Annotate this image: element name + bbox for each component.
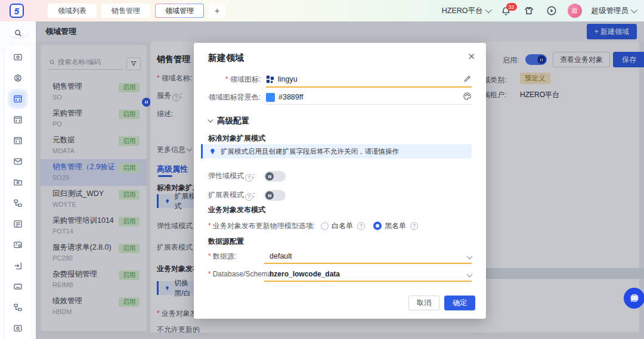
datasource-value: default xyxy=(270,252,292,260)
std-ext-mode-title: 标准对象扩展模式 xyxy=(208,133,265,144)
help-icon[interactable]: ? xyxy=(410,222,418,230)
color-swatch[interactable] xyxy=(266,93,275,102)
ext-table-label: 扩展表模式?: xyxy=(208,190,255,201)
domain-icon-label: *领域图标: xyxy=(208,74,261,85)
schema-select[interactable]: hzero_lowcode_data xyxy=(270,270,472,278)
assistant-chat-fab[interactable] xyxy=(624,288,644,309)
new-domain-modal: 新建领域 ✕ *领域图标: lingyu 领域图标背景色: #3889ff xyxy=(194,43,486,319)
top-bar: 5 领域列表 销售管理 领域管理 + HZERO平台 32 超 超级管理员 xyxy=(0,0,644,21)
blocks-icon xyxy=(266,75,274,83)
bo-option-label: *业务对象发布更新物理模型选项: xyxy=(208,221,315,231)
icon-field-underline xyxy=(266,86,472,88)
close-icon[interactable]: ✕ xyxy=(467,51,475,62)
ok-button[interactable]: 确定 xyxy=(444,296,475,310)
icon-rail-sidebar xyxy=(0,21,36,339)
schema-underline xyxy=(264,281,472,282)
help-icon[interactable]: ? xyxy=(245,174,253,182)
workspace-tabs: 领域列表 销售管理 领域管理 + xyxy=(48,4,225,18)
icon-bg-color-label: 领域图标背景色: xyxy=(208,92,261,102)
icon-bg-color-input[interactable]: #3889ff xyxy=(266,93,472,102)
rail-item-tag-icon[interactable] xyxy=(10,237,26,253)
hzero-logo-icon[interactable]: 5 xyxy=(10,4,24,18)
add-tab-button[interactable]: + xyxy=(209,4,225,18)
rail-item-orgflow-icon[interactable] xyxy=(10,300,26,315)
datasource-underline xyxy=(264,263,472,264)
schema-value: hzero_lowcode_data xyxy=(270,270,340,278)
flex-mode-toggle[interactable] xyxy=(264,171,286,182)
domain-icon-value: lingyu xyxy=(278,75,298,83)
datasource-label: *数据源: xyxy=(208,251,264,262)
rail-item-list-config-icon[interactable] xyxy=(10,216,26,232)
modal-footer: 取消 确定 xyxy=(408,296,475,310)
rail-item-export-icon[interactable] xyxy=(10,258,26,273)
rail-item-folder-icon[interactable] xyxy=(10,175,26,190)
rail-item-page-dev-icon-active[interactable] xyxy=(10,91,26,107)
play-guide-icon[interactable] xyxy=(545,4,558,17)
radio-whitelist[interactable]: 白名单? xyxy=(321,221,365,231)
chevron-down-icon xyxy=(467,254,473,260)
tenant-select[interactable]: HZERO平台 xyxy=(442,6,490,16)
theme-dress-icon[interactable] xyxy=(522,4,535,17)
chevron-down-icon xyxy=(631,7,637,13)
bulb-icon xyxy=(209,148,216,155)
flex-mode-label: 弹性域模式?: xyxy=(208,171,255,182)
modal-title: 新建领域 xyxy=(208,52,244,64)
notification-bell-icon[interactable]: 32 xyxy=(500,4,513,17)
user-menu[interactable]: 超级管理员 xyxy=(592,6,636,16)
radio-unchecked-icon xyxy=(321,222,329,230)
rail-item-community-icon[interactable] xyxy=(10,70,26,86)
palette-icon-button[interactable] xyxy=(463,92,472,102)
rail-search-icon[interactable] xyxy=(9,29,27,38)
app-window: 5 领域列表 销售管理 领域管理 + HZERO平台 32 超 超级管理员 xyxy=(0,0,644,339)
radio-checked-icon xyxy=(373,222,382,230)
rail-app-icons xyxy=(5,45,31,339)
chevron-down-icon xyxy=(485,7,491,13)
ext-table-toggle[interactable] xyxy=(264,190,286,201)
rail-item-mail-icon[interactable] xyxy=(10,154,26,169)
help-icon[interactable]: ? xyxy=(245,193,253,201)
domain-icon-input[interactable]: lingyu xyxy=(266,75,472,83)
topbar-actions: HZERO平台 32 超 超级管理员 xyxy=(442,4,644,18)
user-name-label: 超级管理员 xyxy=(592,6,629,16)
datasource-select[interactable]: default xyxy=(270,252,472,260)
rail-item-page-code-icon[interactable] xyxy=(10,112,26,127)
chevron-down-icon xyxy=(467,272,473,278)
bo-publish-title: 业务对象发布模式 xyxy=(208,205,265,215)
advanced-config-section[interactable]: 高级配置 xyxy=(208,116,249,126)
rail-item-template-icon[interactable] xyxy=(10,133,26,148)
radio-blacklist[interactable]: 黑名单? xyxy=(373,221,418,231)
user-avatar[interactable]: 超 xyxy=(568,4,582,18)
datasource-config-title: 数据源配置 xyxy=(208,237,244,247)
cancel-button[interactable]: 取消 xyxy=(408,296,439,310)
tab-sales-management[interactable]: 销售管理 xyxy=(101,4,150,18)
tenant-label: HZERO平台 xyxy=(442,6,483,16)
rail-item-app-icon[interactable] xyxy=(10,49,26,65)
change-icon-button[interactable] xyxy=(463,74,472,85)
tab-domain-list[interactable]: 领域列表 xyxy=(48,4,97,18)
help-icon[interactable]: ? xyxy=(357,222,365,230)
rail-item-flow-icon[interactable] xyxy=(10,195,26,211)
tab-domain-management[interactable]: 领域管理 xyxy=(155,4,204,18)
schema-label: *Database/Schema: xyxy=(208,270,264,278)
notification-count-badge: 32 xyxy=(506,3,517,11)
ext-mode-warning-banner: 扩展模式启用且创建扩展字段后将不允许关闭，请谨慎操作 xyxy=(201,144,472,158)
rail-item-card-gear-icon[interactable] xyxy=(10,321,26,336)
color-value: #3889ff xyxy=(278,93,303,101)
rail-item-keyboard-icon[interactable] xyxy=(10,279,26,294)
color-field-underline xyxy=(266,104,472,105)
chevron-down-icon xyxy=(208,117,213,122)
